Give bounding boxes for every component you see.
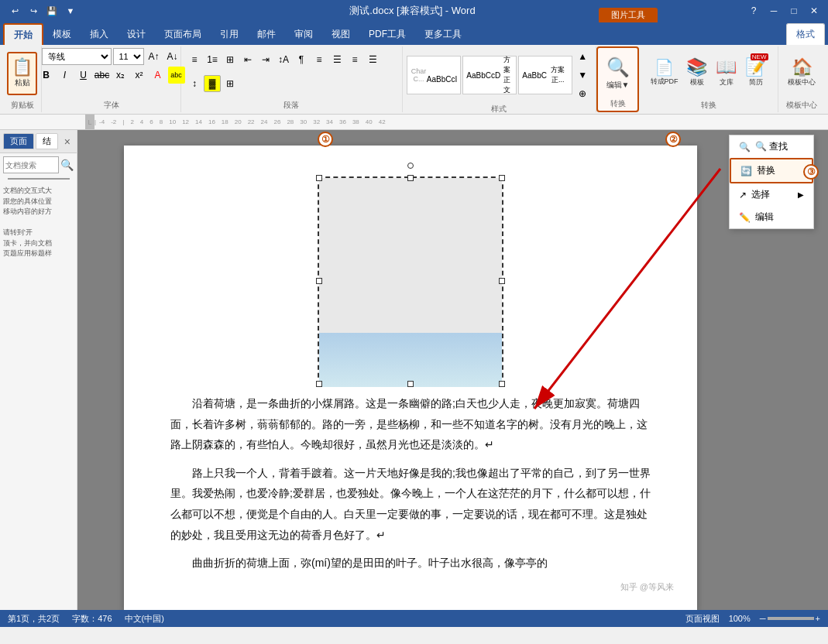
bold-btn[interactable]: B [38,67,55,84]
superscript-btn[interactable]: x² [131,67,148,84]
italic-btn[interactable]: I [57,67,74,84]
tab-insert[interactable]: 插入 [81,23,118,45]
bullets-btn[interactable]: ≡ [186,51,203,68]
watermark: 知乎 @等风来 [620,579,674,595]
multilevel-btn[interactable]: ⊞ [222,51,239,68]
underline-btn[interactable]: U [75,67,92,84]
tab-layout[interactable]: 页面布局 [155,23,211,45]
tab-design[interactable]: 设计 [118,23,155,45]
status-right: 页面视图 100% ─+ [685,613,820,625]
numbering-btn[interactable]: 1≡ [204,51,221,68]
tab-home[interactable]: 开始 [3,23,43,45]
minimize-btn[interactable]: ─ [766,3,782,19]
handle-tl[interactable] [316,175,322,181]
line-spacing-btn[interactable]: ↕ [186,75,203,92]
font-shrink-btn[interactable]: A↓ [164,48,181,65]
sidebar-close-btn[interactable]: × [61,134,74,149]
handle-tr[interactable] [499,175,505,181]
tab-review[interactable]: 审阅 [285,23,322,45]
rotate-handle[interactable] [407,163,414,169]
template-btn[interactable]: 📚 模板 [683,52,711,95]
shading-btn[interactable]: ▓ [204,75,221,92]
styles-group: Char C...AaBbCcI AaBbCcD方案正文 AaBbC方案正...… [403,46,596,112]
paste-btn[interactable]: 📋 粘贴 [7,52,37,95]
style-fangan-zhengwen[interactable]: AaBbCcD方案正文 [462,56,517,94]
decrease-indent-btn[interactable]: ⇤ [239,51,256,68]
tab-mailing[interactable]: 邮件 [248,23,285,45]
borders-btn[interactable]: ⊞ [222,75,239,92]
font-size-select[interactable]: 11 [113,48,144,65]
handle-l[interactable] [316,278,322,284]
image-container[interactable] [318,176,503,385]
save-quick-btn[interactable]: 💾 [43,2,60,19]
tab-references[interactable]: 引用 [211,23,248,45]
main-area: 页面 结 × 🔍 文档的交互式大 跟您的具体位置 移动内容的好方 请转到'开 顶… [0,130,828,610]
maximize-btn[interactable]: □ [786,3,802,19]
styles-scroll-btns: ▲ ▼ ⊕ [574,48,591,102]
word-count: 字数：476 [72,613,112,625]
convert-group-label: 转换 [701,98,716,111]
strikethrough-btn[interactable]: abc [94,67,111,84]
sidebar-search-input[interactable] [3,156,59,173]
ruler-corner[interactable]: L [85,115,94,130]
edit-menu-item[interactable]: ✏️ 编辑 [730,206,813,228]
template-icon: 📚 [686,59,707,76]
page-content: 沿着荷塘，是一条曲折的小煤屑路。这是一条幽僻的路;白天也少人走，夜晚更加寂寞。荷… [170,393,651,574]
justify-btn[interactable]: ☰ [364,51,381,68]
align-left-btn[interactable]: ≡ [311,51,328,68]
zoom-level[interactable]: 100% [729,614,751,623]
find-menu-item[interactable]: 🔍 🔍 查找 [730,135,813,158]
tab-template[interactable]: 模板 [43,23,81,45]
tab-pdf[interactable]: PDF工具 [359,23,415,45]
handle-bl[interactable] [316,381,322,387]
undo-btn[interactable]: ↩ [6,2,23,19]
library-icon: 📖 [716,59,737,76]
template-center-btn[interactable]: 🏠 模板中心 [785,52,819,95]
font-color-btn[interactable]: A [149,67,167,84]
font-name-select[interactable]: 等线 [42,48,112,65]
close-btn[interactable]: ✕ [806,3,822,19]
sort-btn[interactable]: ↕A [275,51,292,68]
handle-t[interactable] [407,175,414,181]
view-mode[interactable]: 页面视图 [685,613,720,625]
library-btn[interactable]: 📖 文库 [713,52,740,95]
sidebar-tab-structure[interactable]: 结 [36,133,58,149]
replace-menu-item[interactable]: 🔄 替换 [730,158,813,183]
style-fangan-zheng2[interactable]: AaBbC方案正... [518,56,572,94]
handle-r[interactable] [499,278,505,284]
tab-view[interactable]: 视图 [322,23,359,45]
styles-down-btn[interactable]: ▼ [574,67,591,84]
show-formatting-btn[interactable]: ¶ [293,51,310,68]
handle-br[interactable] [499,381,505,387]
align-right-btn[interactable]: ≡ [346,51,363,68]
help-btn[interactable]: ? [746,3,761,19]
edit-big-btn[interactable]: 🔍 编辑▼ [603,52,633,95]
convert-pdf-btn[interactable]: 📄 转成PDF [648,52,682,95]
customize-quick-btn[interactable]: ▼ [62,2,79,19]
resume-btn[interactable]: 📝 简历 NEW [742,52,770,95]
zoom-slider[interactable]: ─+ [760,614,820,623]
tab-more-tools[interactable]: 更多工具 [415,23,471,45]
paragraph-3: 曲曲折折的荷塘上面，弥(mí)望的是田田的叶子。叶子出水很高，像亭亭的 [170,553,651,574]
annotation-circle-2: ② [665,132,681,147]
sidebar-header: 页面 结 × [0,130,77,153]
sidebar-tab-page[interactable]: 页面 [3,133,34,149]
edit-big-icon: 🔍 [606,57,630,78]
sidebar-search-btn[interactable]: 🔍 [60,159,74,171]
image-tools-tab-label: 图片工具 [599,8,658,22]
increase-indent-btn[interactable]: ⇥ [257,51,274,68]
tab-format[interactable]: 格式 [786,23,825,45]
redo-btn[interactable]: ↪ [25,2,42,19]
handle-b[interactable] [407,381,414,387]
document-area[interactable]: 12345678910111213141516171819202122 [77,130,828,610]
select-menu-item[interactable]: ↗ 选择 ▶ [730,183,813,206]
font-grow-btn[interactable]: A↑ [146,48,163,65]
styles-up-btn[interactable]: ▲ [574,48,591,65]
editing-group-label: 转换 [610,97,626,109]
styles-more-btn[interactable]: ⊕ [574,85,591,102]
subscript-btn[interactable]: x₂ [112,67,129,84]
align-center-btn[interactable]: ☰ [328,51,345,68]
style-charchina[interactable]: Char C...AaBbCcI [407,56,461,94]
select-icon: ↗ [739,190,747,200]
sidebar-tip: 文档的交互式大 跟您的具体位置 移动内容的好方 请转到'开 顶卡，并向文档 页题… [0,181,77,264]
